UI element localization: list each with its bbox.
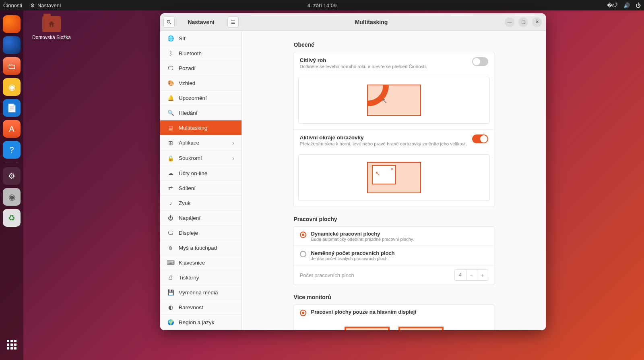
sidebar-item-label: Bluetooth: [179, 50, 202, 56]
dock-settings[interactable]: ⚙: [3, 167, 21, 185]
sidebar-item-keyboard[interactable]: ⌨Klávesnice: [160, 255, 242, 270]
screen-edges-desc: Přetažením okna k horní, levé nebo pravé…: [300, 141, 468, 146]
settings-content: Obecné Citlivý roh Dotkněte se levého ho…: [242, 31, 546, 330]
window-title: Multitasking: [242, 13, 501, 31]
desktop-home-folder[interactable]: Domovská Složka: [31, 16, 72, 40]
sidebar-item-displays[interactable]: 🖵Displeje: [160, 226, 242, 240]
count-decrement[interactable]: −: [466, 269, 477, 281]
section-title-monitors: Více monitorů: [294, 294, 495, 300]
radio-label: Neměnný počet pracovních ploch: [311, 250, 395, 256]
sidebar-item-label: Tiskárny: [179, 275, 199, 281]
maximize-button[interactable]: ▢: [518, 17, 528, 27]
card-general: Citlivý roh Dotkněte se levého horního r…: [293, 52, 495, 207]
dock-help[interactable]: ?: [3, 141, 21, 159]
dock-software[interactable]: A: [3, 120, 21, 138]
dock-rhythmbox[interactable]: ◉: [3, 78, 21, 96]
hot-corner-illustration: ↖: [298, 77, 490, 124]
sidebar-item-online-accounts[interactable]: ☁Účty on-line: [160, 166, 242, 181]
printer-icon: 🖨: [167, 274, 174, 281]
sidebar-item-background[interactable]: 🖵Pozadí: [160, 61, 242, 76]
apps-grid-icon: [7, 340, 17, 350]
sidebar-item-network[interactable]: 🌐Síť: [160, 31, 242, 46]
sidebar-item-color[interactable]: ◐Barevnost: [160, 300, 242, 315]
monitors-primary-row[interactable]: Pracovní plochy pouze na hlavním displej…: [293, 305, 495, 320]
sidebar-item-appearance[interactable]: 🎨Vzhled: [160, 76, 242, 91]
dock-disc[interactable]: ◉: [3, 188, 21, 206]
sidebar-item-label: Výměnná média: [179, 290, 218, 296]
sidebar-item-sound[interactable]: ♪Zvuk: [160, 196, 242, 211]
app-menu[interactable]: ⚙ Nastavení: [30, 2, 61, 8]
bell-icon: 🔔: [167, 95, 174, 101]
count-value: 4: [454, 269, 466, 281]
lock-icon: 🔒: [167, 155, 174, 161]
sidebar-item-mouse[interactable]: 🖱Myš a touchpad: [160, 240, 242, 255]
dock-trash[interactable]: ♻: [3, 209, 21, 227]
hot-corner-title: Citlivý roh: [300, 57, 468, 63]
count-increment[interactable]: +: [477, 269, 488, 281]
sidebar-item-label: Sdílení: [179, 185, 196, 191]
hot-corner-toggle[interactable]: [472, 57, 488, 66]
sidebar-title: Nastavení: [176, 19, 226, 25]
radio-dynamic[interactable]: [300, 232, 306, 238]
gear-icon: ⚙: [30, 2, 35, 8]
sidebar-item-multitasking[interactable]: ▤Multitasking: [160, 120, 242, 135]
dock-firefox[interactable]: [3, 15, 21, 33]
clock[interactable]: 4. září 14:09: [308, 2, 336, 8]
card-monitors: Pracovní plochy pouze na hlavním displej…: [293, 304, 495, 330]
sidebar-item-label: Klávesnice: [179, 260, 205, 266]
app-menu-label: Nastavení: [37, 2, 61, 8]
screen-edges-illustration: ✕↖: [298, 154, 490, 201]
sidebar-item-notifications[interactable]: 🔔Upozornění: [160, 91, 242, 106]
network-icon[interactable]: �šŽ: [607, 2, 618, 8]
count-label: Počet pracovních ploch: [300, 272, 354, 278]
sidebar-item-removable-media[interactable]: 💾Výměnná média: [160, 285, 242, 300]
chevron-right-icon: ›: [232, 155, 234, 161]
section-title-workspaces: Pracovní plochy: [294, 216, 495, 222]
section-title-general: Obecné: [294, 41, 495, 48]
sidebar-item-label: Vzhled: [179, 80, 195, 86]
sidebar-item-label: Účty on-line: [179, 170, 207, 176]
sidebar-item-sharing[interactable]: ⇄Sdílení: [160, 181, 242, 196]
sidebar-item-label: Aplikace: [179, 140, 199, 146]
radio-fixed[interactable]: [300, 251, 306, 257]
sidebar-item-privacy[interactable]: 🔒Soukromí›: [160, 151, 242, 166]
keyboard-icon: ⌨: [167, 259, 174, 266]
volume-icon[interactable]: 🔊: [623, 2, 630, 8]
radio-primary-only[interactable]: [300, 310, 306, 316]
multitasking-icon: ▤: [167, 124, 174, 131]
settings-window: Nastavení Multitasking — ▢ ✕ 🌐Síť ᛒBluet…: [160, 13, 546, 330]
search-icon: 🔍: [167, 110, 174, 116]
sidebar-item-applications[interactable]: ⊞Aplikace›: [160, 135, 242, 151]
cursor-icon: ↖: [375, 170, 380, 177]
radio-desc: Bude automaticky odebírat prázdné pracov…: [311, 237, 414, 242]
dock-writer[interactable]: 📄: [3, 99, 21, 117]
dock-thunderbird[interactable]: [3, 36, 21, 54]
workspaces-count-row: Počet pracovních ploch 4 − +: [293, 265, 495, 285]
dock: 🗀 ◉ 📄 A ? ⚙ ◉ ♻: [0, 10, 23, 360]
sidebar-item-label: Pozadí: [179, 65, 196, 71]
screen-edges-toggle[interactable]: [472, 134, 488, 143]
dock-show-applications[interactable]: [3, 336, 21, 354]
dock-files[interactable]: 🗀: [3, 57, 21, 75]
minimize-button[interactable]: —: [505, 17, 514, 27]
search-button[interactable]: [163, 17, 175, 28]
top-panel: Činnosti ⚙ Nastavení 4. září 14:09 �šŽ 🔊…: [0, 0, 644, 10]
sidebar-item-region[interactable]: 🌍Region a jazyk: [160, 315, 242, 330]
sidebar-item-label: Multitasking: [179, 125, 207, 131]
sidebar-item-printers[interactable]: 🖨Tiskárny: [160, 270, 242, 285]
power-icon[interactable]: ⏻: [636, 2, 641, 8]
sidebar-item-label: Barevnost: [179, 304, 203, 310]
workspaces-dynamic-row[interactable]: Dynamické pracovní plochy Bude automatic…: [293, 227, 495, 246]
radio-desc: Je dán počet trvalých pracovních ploch.: [311, 256, 395, 261]
sidebar-item-search[interactable]: 🔍Hledání: [160, 106, 242, 120]
hamburger-button[interactable]: [227, 17, 239, 28]
sidebar-item-power[interactable]: ⏻Napájení: [160, 211, 242, 226]
activities-button[interactable]: Činnosti: [3, 2, 22, 8]
region-icon: 🌍: [167, 319, 174, 325]
workspaces-fixed-row[interactable]: Neměnný počet pracovních ploch Je dán po…: [293, 246, 495, 265]
globe-icon: 🌐: [167, 35, 174, 41]
sidebar-item-label: Displeje: [179, 230, 198, 236]
close-button[interactable]: ✕: [532, 17, 542, 27]
sidebar-item-label: Myš a touchpad: [179, 245, 217, 251]
sidebar-item-bluetooth[interactable]: ᛒBluetooth: [160, 46, 242, 61]
